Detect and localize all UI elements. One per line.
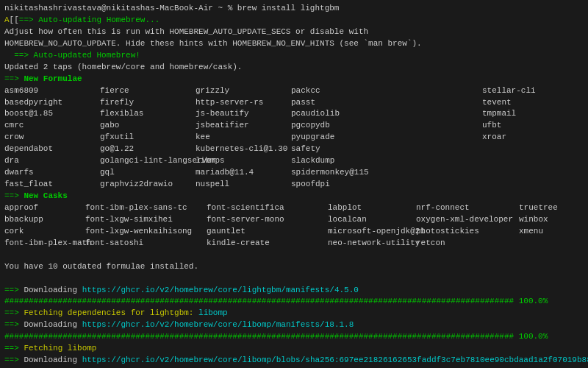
outdated-formulae: You have 10 outdated formulae installed. <box>4 261 584 273</box>
formulae-row2: basedpyright firefly http-server-rs pass… <box>4 97 584 109</box>
info-line1: Adjust how often this is run with HOMEBR… <box>4 26 584 38</box>
terminal: nikitashashrivastava@nikitashas-MacBook-… <box>0 0 588 368</box>
downloading-manifest: ==> Downloading https://ghcr.io/v2/homeb… <box>4 285 584 297</box>
fetching-deps: ==> Fetching dependencies for lightgbm: … <box>4 308 584 319</box>
formulae-row9: fast_float graphviz2drawio nuspell spoof… <box>4 179 584 191</box>
formulae-row3: boost@1.85 flexiblas js-beautify pcaudio… <box>4 108 584 120</box>
new-casks-header: ==> New Casks <box>4 191 584 202</box>
casks-row3: cork font-lxgw-wenkaihisong gauntlet mic… <box>4 226 584 238</box>
casks-row2: bbackupp font-lxgw-simxihei font-server-… <box>4 214 584 226</box>
hash-bar1: ########################################… <box>4 296 584 308</box>
formulae-row6: dependabot go@1.22 kubernetes-cli@1.30 s… <box>4 144 584 155</box>
prompt-line: nikitashashrivastava@nikitashas-MacBook-… <box>4 3 584 15</box>
casks-row1: approof font-ibm-plex-sans-tc font-scien… <box>4 202 584 214</box>
downloading-libomp-blob: ==> Downloading https://ghcr.io/v2/homeb… <box>4 355 584 367</box>
formulae-row4: cmrc gabo jsbeatifier pgcopydb ufbt <box>4 120 584 132</box>
downloading-libomp-manifest: ==> Downloading https://ghcr.io/v2/homeb… <box>4 319 584 331</box>
updated-taps: Updated 2 taps (homebrew/core and homebr… <box>4 62 584 74</box>
blank-line2 <box>4 273 584 285</box>
info-line2: HOMEBREW_NO_AUTO_UPDATE. Hide these hint… <box>4 38 584 50</box>
formulae-row5: crow gfxutil kee pyupgrade xroar <box>4 132 584 144</box>
casks-row4: font-ibm-plex-math font-satoshi kindle-c… <box>4 238 584 250</box>
new-formulae-header: ==> New Formulae <box>4 74 584 85</box>
auto-update-line: A[[==> Auto-updating Homebrew... <box>4 15 584 26</box>
formulae-row7: dra golangci-lint-langserver libmps slac… <box>4 155 584 167</box>
auto-updated-line: ==> Auto-updated Homebrew! <box>4 50 584 62</box>
formulae-row8: dwarfs gql mariadb@11.4 spidermonkey@115 <box>4 167 584 179</box>
hash-bar2: ########################################… <box>4 331 584 343</box>
formulae-row1: asm6809 fierce grizzly packcc stellar-cl… <box>4 85 584 97</box>
blank-line1 <box>4 250 584 261</box>
fetching-libomp: ==> Fetching libomp <box>4 343 584 355</box>
